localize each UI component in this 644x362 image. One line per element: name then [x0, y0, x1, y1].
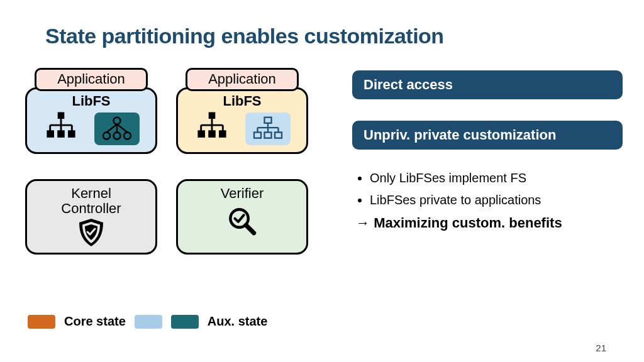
libfs-box-yellow: LibFS: [176, 87, 308, 154]
svg-rect-22: [199, 131, 204, 137]
legend-label-core: Core state: [64, 314, 126, 329]
right-column: Direct access Unpriv. private customizat…: [352, 70, 623, 231]
svg-point-12: [124, 133, 131, 140]
conclusion-text: Maximizing custom. benefits: [374, 215, 562, 231]
svg-rect-33: [275, 133, 282, 138]
application-box: Application: [186, 68, 299, 91]
bullet-list: Only LibFSes implement FS LibFSes privat…: [356, 171, 623, 207]
libfs-label: LibFS: [33, 93, 149, 109]
legend: Core state Aux. state: [28, 314, 267, 329]
libfs-label: LibFS: [184, 93, 300, 109]
application-box: Application: [35, 68, 148, 91]
legend-label-aux: Aux. state: [208, 314, 268, 329]
arrow-icon: →: [356, 215, 370, 231]
svg-rect-23: [209, 131, 215, 137]
banner-unpriv-customization: Unpriv. private customization: [352, 121, 623, 150]
svg-point-9: [114, 118, 121, 124]
svg-rect-32: [265, 133, 272, 138]
libfs-row: Application LibFS: [25, 68, 321, 154]
svg-rect-24: [220, 131, 226, 137]
aux-graph-icon: [94, 112, 140, 145]
svg-rect-8: [69, 131, 75, 137]
legend-swatch-aux-teal: [171, 315, 199, 329]
svg-point-11: [114, 133, 121, 140]
kernel-controller-label: KernelController: [61, 186, 121, 216]
svg-rect-0: [58, 113, 64, 118]
svg-rect-16: [209, 113, 214, 118]
legend-swatch-core: [28, 315, 55, 329]
stack-1: Application LibFS: [25, 68, 157, 154]
svg-rect-25: [265, 118, 272, 123]
legend-swatch-aux-light: [135, 315, 162, 329]
slide-title: State partitioning enables customization: [45, 24, 444, 48]
svg-line-15: [117, 124, 128, 133]
diagram-area: Application LibFS: [25, 68, 321, 255]
kernel-controller-box: KernelController: [25, 179, 157, 255]
page-number: 21: [596, 343, 606, 353]
svg-rect-6: [48, 131, 53, 137]
verifier-label: Verifier: [221, 186, 264, 201]
kernel-verifier-row: KernelController Verifier: [25, 179, 321, 255]
aux-blocks-icon: [245, 112, 291, 145]
bullet-item: LibFSes private to applications: [370, 193, 623, 207]
bullet-item: Only LibFSes implement FS: [370, 171, 623, 185]
magnifier-check-icon: [226, 206, 258, 239]
svg-rect-31: [254, 133, 261, 138]
tree-icon: [43, 112, 79, 146]
svg-line-35: [246, 225, 253, 233]
tree-icon: [194, 112, 230, 146]
conclusion-line: → Maximizing custom. benefits: [356, 215, 623, 231]
svg-point-10: [103, 133, 110, 140]
svg-rect-7: [58, 131, 64, 137]
libfs-box-blue: LibFS: [25, 87, 157, 154]
banner-direct-access: Direct access: [352, 70, 623, 99]
svg-line-13: [107, 124, 118, 133]
verifier-box: Verifier: [176, 179, 308, 255]
stack-2: Application LibFS: [176, 68, 308, 154]
shield-check-icon: [75, 217, 107, 250]
